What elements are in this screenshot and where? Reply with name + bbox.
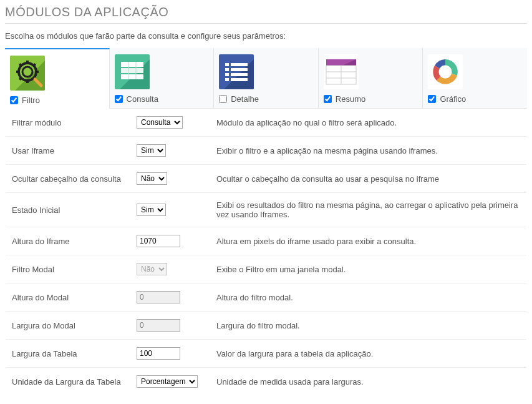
row-filtro-modal: Filtro Modal Não Exibe o Filtro em uma j…	[6, 255, 526, 283]
module-filtro[interactable]: Filtro	[5, 48, 110, 109]
svg-rect-25	[225, 78, 229, 81]
desc-estado-inicial: Exibi os resultados do filtro na mesma p…	[211, 200, 520, 219]
modules-tabs: Filtro Consulta Detalhe	[5, 48, 527, 109]
desc-ocultar-cabecalho: Ocultar o cabeçalho da consulta ao usar …	[211, 174, 520, 184]
module-consulta[interactable]: Consulta	[110, 48, 215, 109]
label-filtrar-modulo: Filtrar módulo	[12, 118, 137, 127]
select-unidade-largura[interactable]: Porcentagem	[137, 375, 198, 388]
module-consulta-checkbox[interactable]	[115, 95, 123, 103]
svg-rect-23	[225, 73, 229, 76]
module-grafico[interactable]: Gráfico	[423, 48, 527, 109]
select-filtrar-modulo[interactable]: Consulta	[137, 116, 183, 129]
row-filtrar-modulo: Filtrar módulo Consulta Módulo da aplica…	[6, 109, 526, 137]
row-altura-modal: Altura do Modal Altura do filtro modal.	[6, 283, 526, 312]
module-resumo[interactable]: Resumo	[319, 48, 423, 109]
row-largura-modal: Largura do Modal Largura do filtro modal…	[6, 312, 526, 340]
select-ocultar-cabecalho[interactable]: Não	[137, 172, 167, 185]
svg-line-6	[19, 64, 21, 66]
module-detalhe-checkbox[interactable]	[219, 95, 227, 103]
summary-table-icon	[324, 54, 359, 89]
desc-usar-iframe: Exibir o filtro e a aplicação na mesma p…	[211, 146, 520, 155]
row-unidade-largura: Unidade da Largura da Tabela Porcentagem…	[6, 368, 526, 395]
input-largura-modal	[137, 319, 180, 332]
table-icon	[115, 54, 150, 89]
input-altura-iframe[interactable]	[137, 235, 180, 247]
svg-line-9	[34, 64, 36, 66]
label-filtro-modal: Filtro Modal	[12, 265, 137, 274]
row-altura-iframe: Altura do Iframe Altura em pixels do ifr…	[6, 227, 526, 255]
module-grafico-checkbox[interactable]	[428, 95, 436, 103]
desc-largura-tabela: Valor da largura para a tabela da aplica…	[211, 349, 520, 358]
svg-rect-21	[225, 68, 229, 71]
module-grafico-label: Gráfico	[440, 94, 466, 104]
svg-rect-15	[121, 74, 143, 79]
title-divider	[5, 23, 527, 24]
desc-altura-modal: Altura do filtro modal.	[211, 293, 520, 302]
svg-rect-24	[231, 73, 248, 76]
module-detalhe[interactable]: Detalhe	[214, 48, 319, 109]
desc-altura-iframe: Altura em pixels do iframe usado para ex…	[211, 237, 520, 246]
desc-largura-modal: Largura do filtro modal.	[211, 321, 520, 330]
module-resumo-label: Resumo	[336, 94, 365, 104]
module-resumo-checkbox[interactable]	[324, 95, 332, 103]
module-detalhe-label: Detalhe	[231, 94, 259, 104]
list-icon	[219, 54, 254, 89]
svg-rect-14	[121, 68, 143, 73]
input-largura-tabela[interactable]	[137, 347, 180, 360]
input-altura-modal	[137, 291, 180, 303]
desc-filtro-modal: Exibe o Filtro em uma janela modal.	[211, 265, 520, 274]
desc-filtrar-modulo: Módulo da aplicação no qual o filtro ser…	[211, 118, 520, 127]
settings-rows: Filtrar módulo Consulta Módulo da aplica…	[5, 109, 527, 395]
label-usar-iframe: Usar Iframe	[12, 146, 137, 155]
label-largura-tabela: Largura da Tabela	[12, 349, 137, 358]
module-consulta-label: Consulta	[127, 94, 158, 104]
select-estado-inicial[interactable]: Sim	[137, 204, 166, 216]
row-ocultar-cabecalho: Ocultar cabeçalho da consulta Não Oculta…	[6, 165, 526, 193]
donut-chart-icon	[428, 54, 463, 89]
label-altura-modal: Altura do Modal	[12, 293, 137, 302]
label-ocultar-cabecalho: Ocultar cabeçalho da consulta	[12, 174, 137, 184]
svg-rect-20	[231, 63, 248, 66]
row-usar-iframe: Usar Iframe Sim Exibir o filtro e a apli…	[6, 137, 526, 165]
svg-rect-26	[231, 78, 248, 81]
svg-rect-13	[121, 62, 143, 67]
svg-line-8	[19, 78, 21, 80]
label-unidade-largura: Unidade da Largura da Tabela	[12, 377, 137, 387]
label-estado-inicial: Estado Inicial	[12, 205, 137, 215]
row-estado-inicial: Estado Inicial Sim Exibi os resultados d…	[6, 193, 526, 227]
label-largura-modal: Largura do Modal	[12, 321, 137, 330]
module-filtro-label: Filtro	[22, 96, 40, 105]
desc-unidade-largura: Unidade de medida usada para larguras.	[211, 377, 520, 387]
page-subtitle: Escolha os módulos que farão parte da co…	[5, 31, 527, 41]
svg-rect-19	[225, 63, 229, 66]
row-largura-tabela: Largura da Tabela Valor da largura para …	[6, 340, 526, 368]
page-title: MÓDULOS DA APLICAÇÃO	[5, 5, 527, 19]
module-filtro-checkbox[interactable]	[10, 96, 18, 104]
gear-search-icon	[10, 56, 45, 91]
svg-rect-22	[231, 68, 248, 71]
select-usar-iframe[interactable]: Sim	[137, 144, 166, 157]
label-altura-iframe: Altura do Iframe	[12, 237, 137, 246]
select-filtro-modal: Não	[137, 263, 167, 275]
